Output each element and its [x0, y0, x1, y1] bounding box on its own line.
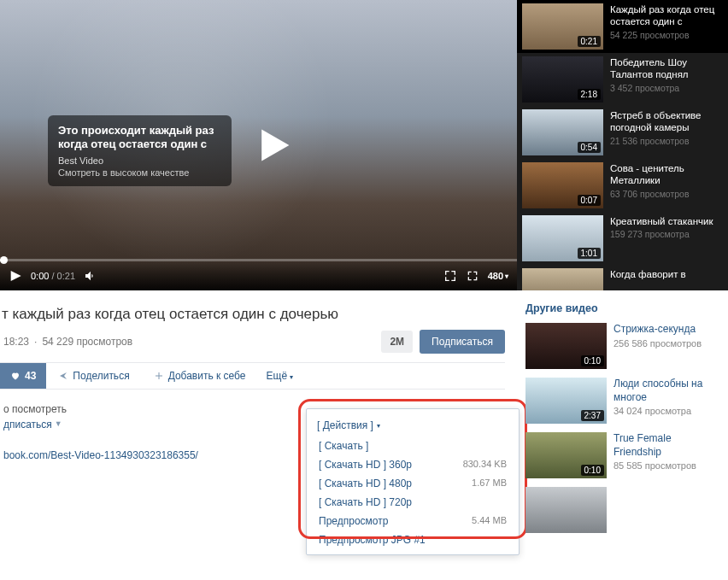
video-thumb: 0:10: [525, 323, 607, 369]
view-count: 54 229 просмотров: [42, 336, 132, 348]
sidebar-video-item[interactable]: 0:21 Каждый раз когда отец остается один…: [517, 0, 728, 53]
duration-badge: 1:01: [578, 248, 601, 259]
meta-dot: ·: [34, 336, 37, 348]
dropdown-item[interactable]: Предпросмотр JPG #1: [307, 530, 519, 549]
video-views: 256 586 просмотров: [614, 338, 702, 349]
subscribe-button[interactable]: Подписаться: [420, 330, 505, 354]
sidebar-video-item[interactable]: 0:54 Ястреб в объективе погодной камеры2…: [517, 106, 728, 159]
related-header: Другие видео: [525, 302, 719, 314]
duration-badge: 0:54: [578, 142, 601, 153]
volume-icon[interactable]: [84, 269, 97, 283]
page-title: т каждый раз когда отец остается один с …: [2, 306, 505, 323]
duration-badge: 2:37: [581, 410, 604, 421]
video-title: Стрижка-секунда: [614, 323, 702, 337]
duration-badge: 0:21: [578, 36, 601, 47]
svg-marker-0: [261, 130, 289, 161]
heart-icon: [10, 371, 21, 381]
sidebar-video-item[interactable]: 1:01 Креативный стаканчик159 273 просмот…: [517, 212, 728, 265]
video-thumb: 0:07: [522, 162, 603, 208]
add-button[interactable]: Добавить к себе: [142, 363, 258, 389]
video-thumb: 0:54: [522, 109, 603, 155]
video-views: 34 024 просмотра: [614, 406, 719, 416]
video-thumb: 0:21: [522, 3, 603, 50]
meta-row: 18:23 · 54 229 просмотров 2М Подписаться: [3, 330, 505, 354]
plus-icon: [154, 371, 164, 381]
up-next-sidebar[interactable]: 0:21 Каждый раз когда отец остается один…: [517, 0, 728, 290]
dropdown-item[interactable]: [ Скачать HD ] 720p: [307, 493, 519, 512]
related-video-item[interactable]: [525, 487, 719, 533]
play-button[interactable]: [248, 120, 299, 171]
play-icon: [254, 126, 293, 165]
duration-badge: 0:07: [578, 195, 601, 206]
chevron-down-icon: ▾: [505, 272, 508, 280]
sidebar-video-item[interactable]: 2:18 Победитель Шоу Талантов поднял3 452…: [517, 53, 728, 106]
duration-badge: 0:10: [581, 465, 604, 476]
duration: 0:21: [57, 271, 75, 281]
subscriber-count: 2М: [381, 331, 413, 353]
video-thumb: 1:01: [522, 215, 603, 261]
video-title: Креативный стаканчик: [610, 215, 723, 227]
more-button[interactable]: Ещё ▾: [258, 363, 302, 389]
current-time: 0:00: [31, 271, 49, 281]
video-title: Сова - ценитель Металлики: [610, 162, 723, 187]
video-views: 3 452 просмотра: [610, 83, 723, 93]
duration-badge: 2:18: [578, 89, 601, 100]
quality-selector[interactable]: 480▾: [488, 271, 508, 281]
duration-badge: 0:10: [581, 355, 604, 366]
main-column: т каждый раз когда отец остается один с …: [0, 290, 517, 542]
related-video-item[interactable]: 2:37 Люди способны на многое34 024 просм…: [525, 378, 719, 424]
dropdown-item[interactable]: [ Скачать ]: [307, 436, 519, 455]
video-thumb: 2:37: [525, 378, 607, 424]
sidebar-video-item[interactable]: Когда фаворит в: [517, 265, 728, 290]
play-small-icon[interactable]: [9, 269, 22, 283]
video-title: True Female Friendship: [614, 432, 719, 459]
video-player[interactable]: Это происходит каждый раз когда отец ост…: [0, 0, 517, 290]
player-controls: 0:00 / 0:21 480▾: [0, 261, 517, 290]
video-views: 63 706 просмотров: [610, 189, 723, 199]
related-column: Другие видео 0:10 Стрижка-секунда256 586…: [517, 290, 728, 542]
dropdown-item[interactable]: [ Скачать HD ] 360p830.34 KB: [307, 455, 519, 474]
video-title: Люди способны на многое: [614, 378, 719, 404]
dropdown-item[interactable]: Предпросмотр5.44 MB: [307, 512, 519, 530]
chevron-down-icon: ▼: [55, 419, 62, 431]
video-views: 54 225 просмотров: [610, 30, 723, 40]
expand-icon[interactable]: [443, 269, 457, 283]
overlay-quality-hint: Смотреть в высоком качестве: [58, 167, 221, 178]
video-title: Ястреб в объективе погодной камеры: [610, 109, 723, 134]
overlay-info-card[interactable]: Это происходит каждый раз когда отец ост…: [48, 115, 232, 186]
dropdown-item[interactable]: [ Скачать HD ] 480p1.67 MB: [307, 474, 519, 493]
svg-marker-1: [11, 271, 21, 281]
video-title: Когда фаворит в: [610, 268, 723, 280]
action-bar: 43 Поделиться Добавить к себе Ещё ▾: [0, 362, 505, 390]
video-thumb: [525, 487, 607, 533]
video-views: 159 273 просмотра: [610, 229, 723, 239]
time-display: 0:00 / 0:21: [31, 271, 75, 281]
related-video-item[interactable]: 0:10 Стрижка-секунда256 586 просмотров: [525, 323, 719, 369]
overlay-author: Best Video: [58, 155, 221, 166]
video-title: Каждый раз когда отец остается один с: [610, 3, 723, 28]
video-thumb: [522, 268, 603, 290]
fullscreen-icon[interactable]: [466, 269, 479, 283]
share-icon: [58, 371, 68, 381]
related-video-item[interactable]: 0:10 True Female Friendship85 585 просмо…: [525, 432, 719, 478]
share-button[interactable]: Поделиться: [46, 363, 141, 389]
video-title: Победитель Шоу Талантов поднял: [610, 56, 723, 81]
chevron-down-icon: ▾: [377, 422, 380, 430]
sidebar-video-item[interactable]: 0:07 Сова - ценитель Металлики63 706 про…: [517, 159, 728, 212]
publish-time: 18:23: [3, 336, 29, 348]
overlay-title: Это происходит каждый раз когда отец ост…: [58, 124, 221, 152]
video-views: 85 585 просмотров: [614, 460, 719, 471]
dropdown-header[interactable]: [ Действия ] ▾: [307, 414, 519, 436]
video-views: 21 536 просмотров: [610, 136, 723, 146]
video-thumb: 0:10: [525, 432, 607, 478]
chevron-down-icon: ▾: [290, 373, 293, 381]
video-thumb: 2:18: [522, 56, 603, 103]
like-button[interactable]: 43: [0, 363, 46, 389]
like-count: 43: [25, 370, 36, 382]
download-dropdown[interactable]: [ Действия ] ▾ [ Скачать ] [ Скачать HD …: [306, 408, 520, 555]
